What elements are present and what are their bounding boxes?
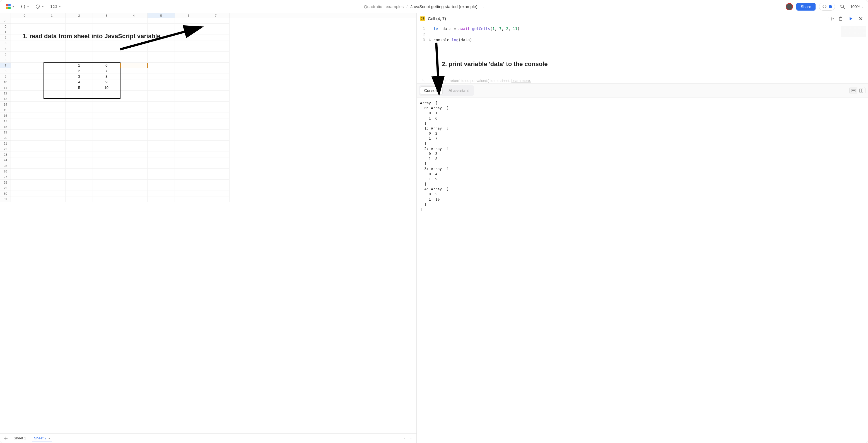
cell[interactable]: [202, 130, 229, 135]
row-header[interactable]: 6: [0, 57, 11, 63]
cell[interactable]: [93, 191, 120, 197]
cell[interactable]: [202, 146, 229, 152]
cell[interactable]: [11, 63, 38, 68]
cell[interactable]: [11, 169, 38, 174]
cell[interactable]: [38, 74, 66, 79]
cell[interactable]: [202, 135, 229, 141]
row-header[interactable]: 5: [0, 52, 11, 57]
cell[interactable]: [202, 91, 229, 96]
cell[interactable]: [11, 158, 38, 163]
cell[interactable]: [202, 35, 229, 40]
cell[interactable]: [175, 91, 202, 96]
cell[interactable]: [93, 163, 120, 169]
cell[interactable]: [120, 130, 148, 135]
row-header[interactable]: 23: [0, 152, 11, 158]
cell[interactable]: [66, 163, 93, 169]
cell[interactable]: [148, 130, 175, 135]
row-header[interactable]: 17: [0, 118, 11, 124]
col-header[interactable]: 6: [175, 13, 202, 18]
share-button[interactable]: Share: [796, 3, 815, 10]
cell[interactable]: [66, 91, 93, 96]
cell[interactable]: [148, 113, 175, 118]
cell[interactable]: [38, 79, 66, 85]
cell[interactable]: [148, 46, 175, 52]
cell[interactable]: [93, 185, 120, 191]
code-toggle-pill[interactable]: [819, 3, 835, 10]
row-header[interactable]: 0: [0, 24, 11, 29]
cell[interactable]: [120, 29, 148, 35]
cell[interactable]: [38, 197, 66, 202]
cell[interactable]: [202, 185, 229, 191]
cell[interactable]: [93, 118, 120, 124]
sheet-prev-button[interactable]: ‹: [404, 436, 405, 440]
cell[interactable]: [202, 113, 229, 118]
cell[interactable]: [38, 141, 66, 146]
cell[interactable]: [38, 96, 66, 102]
cell[interactable]: [148, 29, 175, 35]
cell[interactable]: [38, 185, 66, 191]
cell[interactable]: [202, 141, 229, 146]
cell[interactable]: [175, 29, 202, 35]
cell[interactable]: [175, 35, 202, 40]
cell[interactable]: [175, 46, 202, 52]
cell[interactable]: [148, 135, 175, 141]
cell[interactable]: 7: [93, 68, 120, 74]
col-header[interactable]: 0: [11, 13, 38, 18]
cell[interactable]: [175, 74, 202, 79]
cell[interactable]: [175, 146, 202, 152]
cell[interactable]: [38, 63, 66, 68]
row-header[interactable]: 3: [0, 40, 11, 46]
cell[interactable]: [202, 118, 229, 124]
cell[interactable]: [175, 141, 202, 146]
cell[interactable]: [11, 130, 38, 135]
cell[interactable]: [38, 85, 66, 91]
row-header[interactable]: 7: [0, 63, 11, 68]
cell[interactable]: [202, 163, 229, 169]
cell[interactable]: [11, 118, 38, 124]
row-header[interactable]: 4: [0, 46, 11, 52]
cell[interactable]: [66, 197, 93, 202]
cell[interactable]: [120, 185, 148, 191]
cell[interactable]: [148, 79, 175, 85]
cell[interactable]: 5: [66, 85, 93, 91]
cell[interactable]: 1: [66, 63, 93, 68]
cell[interactable]: [11, 163, 38, 169]
cell[interactable]: [11, 107, 38, 113]
cell[interactable]: [93, 91, 120, 96]
cell[interactable]: [202, 107, 229, 113]
row-header[interactable]: 26: [0, 169, 11, 174]
cell[interactable]: [93, 152, 120, 158]
cell[interactable]: [175, 18, 202, 24]
cell[interactable]: [120, 163, 148, 169]
cell[interactable]: 3: [66, 74, 93, 79]
grid[interactable]: 01234567 -101234567168279381049115101213…: [0, 13, 416, 433]
sheet-next-button[interactable]: ›: [410, 436, 411, 440]
cell[interactable]: [11, 29, 38, 35]
cell[interactable]: [66, 29, 93, 35]
layout-horizontal-button[interactable]: [849, 87, 858, 94]
cell[interactable]: [120, 57, 148, 63]
cell[interactable]: [11, 141, 38, 146]
cell[interactable]: [202, 18, 229, 24]
cell[interactable]: [175, 52, 202, 57]
cell[interactable]: [175, 124, 202, 130]
cell[interactable]: [93, 46, 120, 52]
cell[interactable]: [93, 169, 120, 174]
cell[interactable]: [120, 52, 148, 57]
cell[interactable]: [11, 185, 38, 191]
cell[interactable]: [148, 96, 175, 102]
cell[interactable]: [202, 152, 229, 158]
cell[interactable]: [202, 24, 229, 29]
sheet-tab-1[interactable]: Sheet 1: [10, 434, 30, 442]
cell[interactable]: [202, 169, 229, 174]
cell[interactable]: [38, 191, 66, 197]
cell[interactable]: [11, 74, 38, 79]
cell[interactable]: [93, 107, 120, 113]
cell[interactable]: [175, 24, 202, 29]
col-header[interactable]: 2: [66, 13, 93, 18]
cell[interactable]: [66, 185, 93, 191]
row-header[interactable]: 10: [0, 79, 11, 85]
cell[interactable]: [38, 163, 66, 169]
cell[interactable]: [175, 68, 202, 74]
cell[interactable]: [148, 35, 175, 40]
